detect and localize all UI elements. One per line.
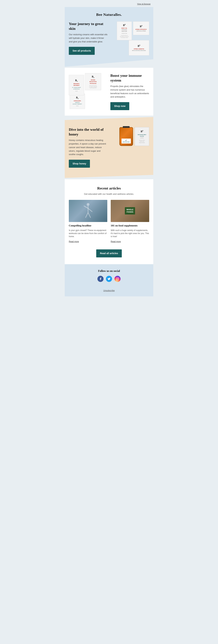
svg-line-2 (84, 206, 88, 208)
hero-img-col: BN BODY OIL INTENSIVEMOISTURE Arome Free… (110, 22, 149, 56)
product-brand-2: BN (140, 25, 142, 28)
section2-img-col: BN BEESWAXOINTMENT ST. JOHN'S WORT& PROP… (69, 73, 108, 110)
hero2-title: Boost your immune system (110, 73, 149, 82)
article2-description: With such a huge variety of supplements,… (111, 229, 149, 238)
article2-title: 101 on food supplements (111, 224, 149, 228)
product-brand-b2: BN (92, 75, 94, 79)
hero-section-1: Your journey to great skin Our restoring… (65, 17, 153, 56)
honey-title: Dive into the world of honey (69, 127, 108, 136)
article1-image (69, 200, 107, 222)
shop-now-button[interactable]: Shop now (110, 102, 129, 110)
instagram-icon[interactable] (114, 276, 120, 282)
product-name-b3: ΚΗΡΑΛΟΙΦΗ (74, 100, 81, 102)
unsubscribe-row: Unsubscribe (68, 286, 150, 294)
honey-box-brand: BN (141, 130, 143, 133)
svg-point-0 (87, 203, 90, 206)
product-brand-b1: BN (75, 79, 78, 82)
email-wrapper: View in browser Bee Naturalles. Your jou… (65, 0, 153, 296)
honey-description: Honey contains miraculous healing proper… (69, 138, 108, 156)
article1-title: Compelling headline (69, 224, 107, 228)
honey-box-label: ΒΙΟΛΟΓΙΚΟ ΜΕΛΙ ΕΛΑΤΗΣ (136, 134, 148, 137)
gym-person-icon (83, 202, 93, 220)
hero-text-col: Your journey to great skin Our restoring… (69, 22, 108, 55)
read-all-wrapper: Read all articles (69, 247, 149, 260)
product-sub-b3: ΛΕΒΑΝΤΑ& ΕΛΑΙΟ ΤΑΜΑΝΟΥ (73, 102, 82, 105)
view-in-browser-link[interactable]: View in browser (137, 3, 150, 5)
hero1-description: Our restoring creams with essential oils… (69, 33, 108, 44)
honey-jar-container: BN ΒΙΟΛΟΓΙΚΟ ΜΕΛΙ BN ΒΙΟΛΟΓΙΚΟ ΜΕΛΙ ΕΛΑΤ… (110, 127, 149, 146)
product-detail: Containing Body oilwith different chemic… (120, 35, 129, 38)
product-name-b1: BEESWAXOINTMENT (74, 83, 80, 86)
product-box-beeswax: BN BEESWAXOINTMENT ST. JOHN'S WORT& PROP… (69, 75, 84, 95)
twitter-icon[interactable] (106, 276, 112, 282)
product-name: BODY OIL (122, 28, 127, 29)
hero2-description: Propolis (bee glue) stimulates the immun… (110, 84, 149, 99)
honey-jar: BN ΒΙΟΛΟΓΙΚΟ ΜΕΛΙ (120, 127, 133, 146)
view-in-browser-bar: View in browser (65, 0, 153, 7)
section-divider-2 (65, 116, 153, 117)
article2-image: WHOLEFOODS (111, 200, 149, 222)
svg-rect-6 (116, 278, 119, 280)
article-card-1: Compelling headline Is your gym closed? … (69, 200, 107, 244)
honey-box-detail: Βιολογικό ΜέλιΕλάτης απόΒόρεια Ελλάδα (139, 140, 145, 143)
honey-section: Dive into the world of honey Honey conta… (65, 127, 153, 168)
honey-img-col: BN ΒΙΟΛΟΓΙΚΟ ΜΕΛΙ BN ΒΙΟΛΟΓΙΚΟ ΜΕΛΙ ΕΛΑΤ… (110, 127, 149, 146)
product-sub-3: ΜΥΟΣ ΕΝΤΑΤΙΚΗ ΦΡΟΝΤΙΔΑ (132, 50, 146, 52)
product-brand-3: BN (138, 44, 140, 48)
product-sub: INTENSIVEMOISTURE (122, 29, 127, 32)
product-box-face-cream: BN ΚΡΕΜΑ ΠΡΟΣΩΠΟΥ ΛΩΡΑ ΒΑΛΣ-ΚΡΕΜΑ (133, 22, 149, 35)
product-box-body-oil: BN BODY OIL INTENSIVEMOISTURE Arome Free… (117, 22, 132, 40)
hero2-products-image: BN BEESWAXOINTMENT ST. JOHN'S WORT& PROP… (69, 73, 101, 109)
product-note: Arome Free (122, 33, 127, 34)
product-detail-b1: bee(8) (75, 90, 78, 92)
product-detail-b2: Βιολογική Προπόλημε ελαφρύ ελαιόλαδογια … (89, 85, 97, 88)
product-sub-b1: ST. JOHN'S WORT& PROPOLIS (72, 87, 81, 90)
unsubscribe-link[interactable]: Unsubscribe (104, 290, 115, 292)
header-section: Bee Naturalles. (65, 7, 153, 17)
honey-box: BN ΒΙΟΛΟΓΙΚΟ ΜΕΛΙ ΕΛΑΤΗΣ ΕΛΑΤΗΣ Βιολογικ… (135, 127, 149, 146)
honey-text-col: Dive into the world of honey Honey conta… (69, 127, 108, 168)
article2-read-more-link[interactable]: Read more (111, 240, 121, 243)
hero1-products-image: BN BODY OIL INTENSIVEMOISTURE Arome Free… (117, 22, 149, 56)
hero-section-1-wrapper: Your journey to great skin Our restoring… (65, 17, 153, 67)
brand-name: Bee Naturalles. (68, 12, 150, 17)
articles-grid: Compelling headline Is your gym closed? … (69, 200, 149, 244)
product-detail-b3: bee(8) (76, 106, 78, 107)
product-name-3: ΚΡΕΜΑ ΣΩΜΑΤΟΣ (134, 48, 144, 50)
article1-read-more-link[interactable]: Read more (69, 240, 79, 243)
facebook-icon[interactable] (98, 276, 104, 282)
section2-text-col: Boost your immune system Propolis (bee g… (110, 73, 149, 110)
product-sub-2: ΛΩΡΑ ΒΑΛΣ-ΚΡΕΜΑ (136, 30, 146, 32)
see-all-products-button[interactable]: See all products (69, 47, 95, 55)
section-divider-3 (65, 178, 153, 179)
product-box-balm: BN ΒΑΛΜΑΒΙΟΛΟΓΙΚΗΣΠΡΟΠΟΛΗΣ Βιολογική Προ… (85, 73, 101, 90)
wholefood-badge: WHOLEFOODS (125, 207, 135, 214)
honey-box-sub: ΕΛΑΤΗΣ (140, 138, 144, 139)
read-all-articles-button[interactable]: Read all articles (96, 250, 122, 258)
articles-title: Recent articles (69, 186, 149, 191)
hero1-title: Your journey to great skin (69, 22, 108, 31)
svg-line-4 (86, 212, 88, 218)
article1-description: Is your gym closed? These no-equipment w… (69, 229, 107, 238)
honey-jar-label: BN ΒΙΟΛΟΓΙΚΟ ΜΕΛΙ (122, 138, 131, 144)
svg-line-3 (88, 208, 92, 212)
article-card-2: WHOLEFOODS 101 on food supplements With … (111, 200, 149, 244)
product-name-b2: ΒΑΛΜΑΒΙΟΛΟΓΙΚΗΣΠΡΟΠΟΛΗΣ (90, 79, 97, 84)
social-icons (68, 276, 150, 282)
product-brand: BN (123, 24, 126, 27)
honey-jar-brand: BN (126, 140, 127, 141)
product-box-body-cream: BN ΚΡΕΜΑ ΣΩΜΑΤΟΣ ΜΥΟΣ ΕΝΤΑΤΙΚΗ ΦΡΟΝΤΙΔΑ (129, 40, 149, 56)
shop-honey-button[interactable]: Shop honey (69, 160, 90, 168)
honey-section-wrapper: Dive into the world of honey Honey conta… (65, 117, 153, 178)
articles-subtitle: Get educated with our health and wellnes… (69, 192, 149, 196)
svg-line-5 (88, 212, 90, 218)
footer-section: Follow us on social Unsubscr (65, 264, 153, 296)
honey-jar-wrapper: BN ΒΙΟΛΟΓΙΚΟ ΜΕΛΙ (120, 127, 133, 146)
product-box-kira: BN ΚΗΡΑΛΟΙΦΗ ΛΕΒΑΝΤΑ& ΕΛΑΙΟ ΤΑΜΑΝΟΥ bee(… (70, 94, 85, 109)
product-brand-b3: BN (76, 96, 78, 100)
articles-section: Recent articles Get educated with our he… (65, 179, 153, 264)
honey-jar-label-text: ΒΙΟΛΟΓΙΚΟ ΜΕΛΙ (122, 142, 130, 142)
footer-follow-title: Follow us on social (68, 269, 150, 273)
section-2: BN BEESWAXOINTMENT ST. JOHN'S WORT& PROP… (65, 68, 153, 116)
product-name-2: ΚΡΕΜΑ ΠΡΟΣΩΠΟΥ (136, 28, 147, 30)
